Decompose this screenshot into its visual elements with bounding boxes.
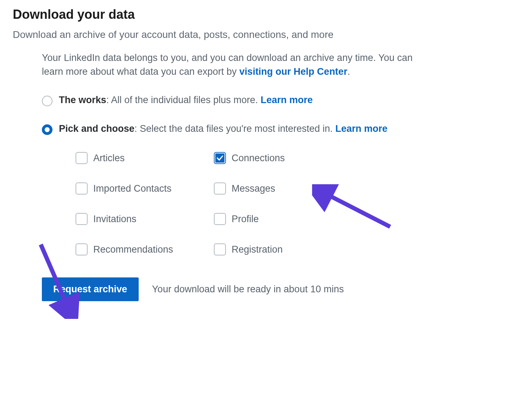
radio-the-works[interactable] xyxy=(42,96,52,106)
page-subtitle: Download an archive of your account data… xyxy=(13,29,519,40)
checkbox-imported-contacts[interactable] xyxy=(76,182,88,195)
checkbox-item-imported-contacts[interactable]: Imported Contacts xyxy=(76,182,207,195)
checkbox-item-messages[interactable]: Messages xyxy=(214,182,345,195)
checkbox-label-imported-contacts: Imported Contacts xyxy=(93,183,172,194)
info-text-suffix: . xyxy=(347,66,350,77)
checkbox-grid: ArticlesConnectionsImported ContactsMess… xyxy=(76,152,345,255)
info-paragraph: Your LinkedIn data belongs to you, and y… xyxy=(42,51,425,79)
checkbox-connections[interactable] xyxy=(214,152,226,164)
checkbox-invitations[interactable] xyxy=(76,213,88,225)
checkbox-messages[interactable] xyxy=(214,182,226,195)
request-archive-button[interactable]: Request archive xyxy=(42,277,139,301)
radio-label-pick-and-choose: Pick and choose: Select the data files y… xyxy=(59,123,388,134)
checkbox-label-articles: Articles xyxy=(93,153,125,164)
checkbox-recommendations[interactable] xyxy=(76,243,88,255)
checkbox-item-connections[interactable]: Connections xyxy=(214,152,345,164)
checkbox-item-articles[interactable]: Articles xyxy=(76,152,207,164)
checkbox-item-recommendations[interactable]: Recommendations xyxy=(76,243,207,255)
learn-more-the-works[interactable]: Learn more xyxy=(261,95,313,105)
checkbox-item-profile[interactable]: Profile xyxy=(214,213,345,225)
checkbox-item-invitations[interactable]: Invitations xyxy=(76,213,207,225)
page-title: Download your data xyxy=(13,7,519,22)
help-center-link[interactable]: visiting our Help Center xyxy=(239,66,348,77)
checkbox-label-connections: Connections xyxy=(232,153,285,164)
checkbox-registration[interactable] xyxy=(214,243,226,255)
radio-text-the-works: : All of the individual files plus more. xyxy=(106,95,261,105)
checkbox-item-registration[interactable]: Registration xyxy=(214,243,345,255)
radio-bold-the-works: The works xyxy=(59,95,106,105)
radio-label-the-works: The works: All of the individual files p… xyxy=(59,95,313,106)
radio-text-pick-and-choose: : Select the data files you're most inte… xyxy=(134,123,335,134)
checkbox-label-profile: Profile xyxy=(232,214,259,225)
action-row: Request archive Your download will be re… xyxy=(42,277,519,301)
radio-option-pick-and-choose[interactable]: Pick and choose: Select the data files y… xyxy=(42,123,519,135)
checkmark-icon xyxy=(216,154,224,162)
checkbox-label-recommendations: Recommendations xyxy=(93,244,173,255)
radio-option-the-works[interactable]: The works: All of the individual files p… xyxy=(42,95,519,106)
checkbox-articles[interactable] xyxy=(76,152,88,164)
learn-more-pick-and-choose[interactable]: Learn more xyxy=(336,123,388,134)
checkbox-label-invitations: Invitations xyxy=(93,214,137,225)
checkbox-label-messages: Messages xyxy=(232,183,275,194)
download-ready-text: Your download will be ready in about 10 … xyxy=(152,284,344,295)
checkbox-label-registration: Registration xyxy=(232,244,283,255)
radio-bold-pick-and-choose: Pick and choose xyxy=(59,123,134,134)
checkbox-profile[interactable] xyxy=(214,213,226,225)
info-text-prefix: Your LinkedIn data belongs to you, and y… xyxy=(42,52,412,77)
radio-pick-and-choose[interactable] xyxy=(42,124,52,135)
